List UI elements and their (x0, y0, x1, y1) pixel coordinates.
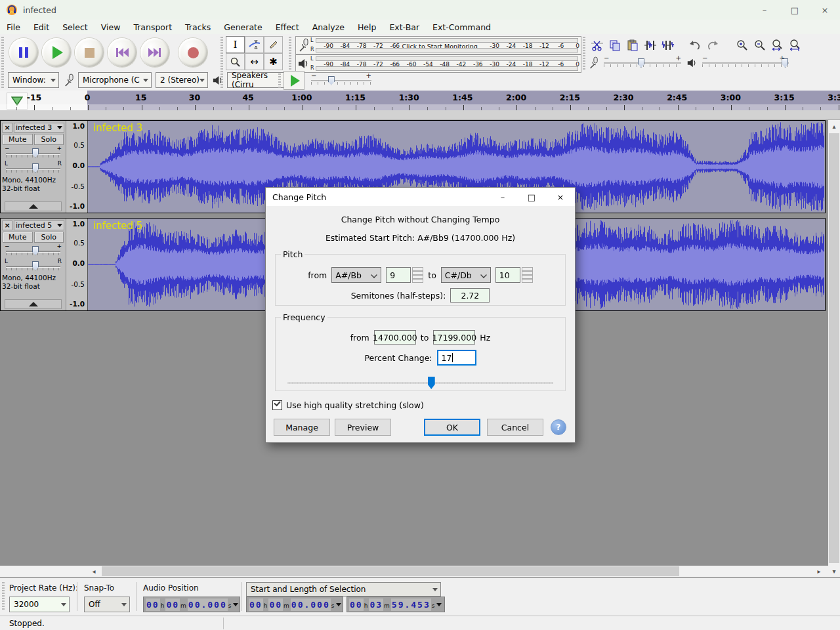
toolbar-grip[interactable] (289, 37, 291, 71)
manage-button[interactable]: Manage (274, 419, 330, 436)
trim-audio-button[interactable] (641, 37, 659, 53)
scroll-left-button[interactable]: ◂ (87, 566, 100, 577)
recording-device-select[interactable]: Microphone (C (78, 72, 152, 88)
playback-meter[interactable]: LR -90-84-78-72-66-60-54-48-42-36-30-24-… (295, 54, 581, 73)
pan-slider[interactable]: LR (5, 161, 62, 175)
envelope-tool-button[interactable] (245, 36, 264, 53)
menu-item[interactable]: File (0, 21, 27, 33)
play-button[interactable] (42, 38, 71, 67)
track-close-button[interactable]: × (2, 220, 12, 230)
pitch-from-note-select[interactable]: A#/Bb (331, 267, 381, 283)
semitones-field[interactable]: 2.72 (450, 288, 490, 303)
draw-tool-button[interactable] (264, 36, 283, 53)
dialog-title-bar[interactable]: Change Pitch – □ × (266, 188, 575, 206)
maximize-button[interactable]: □ (780, 0, 810, 20)
fit-selection-button[interactable] (768, 37, 786, 53)
slider-thumb[interactable] (428, 377, 435, 389)
pan-slider[interactable]: LR (5, 259, 62, 273)
toolbar-grip[interactable] (583, 37, 585, 71)
spin-down-button[interactable] (412, 275, 423, 283)
menu-item[interactable]: Select (56, 21, 94, 33)
pitch-from-octave-spinner[interactable]: 9 (386, 267, 423, 283)
track-collapse-button[interactable] (5, 299, 62, 309)
pause-button[interactable] (9, 38, 38, 67)
close-button[interactable]: × (810, 0, 840, 20)
menu-item[interactable]: Ext-Command (426, 21, 497, 33)
high-quality-checkbox[interactable] (272, 400, 282, 410)
hscroll-thumb[interactable] (102, 566, 679, 576)
spin-down-button[interactable] (522, 275, 533, 283)
dialog-close-button[interactable]: × (546, 188, 575, 206)
minimize-button[interactable]: – (749, 0, 780, 20)
selection-mode-select[interactable]: Start and Length of Selection (246, 582, 441, 597)
menu-item[interactable]: Effect (269, 21, 306, 33)
playback-volume-slider[interactable]: −+ (702, 57, 789, 69)
menu-item[interactable]: Generate (217, 21, 268, 33)
skip-to-end-button[interactable] (140, 38, 169, 67)
percent-change-slider[interactable] (287, 376, 553, 390)
track-name-menu[interactable]: infected 5 (14, 220, 64, 230)
chevron-down-icon[interactable] (436, 603, 442, 606)
play-speed-slider[interactable]: −+ (311, 75, 371, 87)
spin-up-button[interactable] (522, 267, 533, 275)
menu-item[interactable]: Transport (127, 21, 178, 33)
dialog-maximize-button[interactable]: □ (517, 188, 546, 206)
recording-volume-slider[interactable]: −+ (604, 57, 681, 69)
vertical-scale-ruler[interactable]: 1.0 0.5 0.0 -0.5 -1.0 (66, 219, 88, 310)
selection-start-field[interactable]: 00h 00m 00.000s (246, 597, 343, 612)
chevron-down-icon[interactable] (336, 603, 341, 606)
pitch-to-octave-spinner[interactable]: 10 (495, 267, 533, 283)
menu-item[interactable]: Analyze (306, 21, 351, 33)
ok-button[interactable]: OK (424, 419, 480, 436)
skip-to-start-button[interactable] (108, 38, 136, 67)
mute-button[interactable]: Mute (3, 134, 33, 145)
toolbar-grip[interactable] (1, 74, 4, 89)
menu-item[interactable]: Edit (27, 21, 56, 33)
preview-button[interactable]: Preview (335, 419, 391, 436)
freq-to-field[interactable]: 17199.000 (433, 330, 475, 345)
toolbar-grip[interactable] (2, 582, 5, 611)
record-button[interactable] (178, 38, 207, 67)
project-rate-select[interactable]: 32000 (9, 597, 70, 612)
timeline-ruler[interactable]: -15 01530451:001:151:301:452:002:152:302… (0, 91, 840, 110)
scroll-down-button[interactable]: ▾ (828, 566, 840, 576)
cancel-button[interactable]: Cancel (487, 419, 543, 436)
silence-audio-button[interactable] (659, 37, 677, 53)
selection-tool-button[interactable]: I (226, 36, 245, 53)
recording-meter[interactable]: LR -90-84-78-72-66 -30-24-18-12-60 Click… (295, 36, 581, 54)
scroll-up-button[interactable]: ▴ (828, 121, 840, 131)
help-button[interactable]: ? (551, 419, 566, 435)
selection-length-field[interactable]: 00h 03m 59.453s (346, 597, 445, 612)
snap-to-select[interactable]: Off (84, 597, 130, 612)
zoom-out-button[interactable] (751, 37, 768, 53)
fit-project-button[interactable] (786, 37, 804, 53)
spin-up-button[interactable] (412, 267, 423, 275)
menu-item[interactable]: View (94, 21, 127, 33)
paste-button[interactable] (623, 37, 641, 53)
pitch-to-note-select[interactable]: C#/Db (441, 267, 491, 283)
vertical-scrollbar[interactable]: ▴ ▾ (828, 120, 840, 577)
track-name-menu[interactable]: infected 3 (14, 123, 64, 133)
dialog-minimize-button[interactable]: – (488, 188, 517, 206)
multi-tool-button[interactable]: ✱ (264, 53, 283, 70)
stop-button[interactable] (75, 38, 104, 67)
zoom-tool-button[interactable] (226, 53, 245, 70)
chevron-down-icon[interactable] (233, 603, 238, 606)
redo-button[interactable] (704, 37, 721, 53)
mute-button[interactable]: Mute (3, 232, 33, 243)
freq-from-field[interactable]: 14700.000 (374, 330, 416, 345)
menu-item[interactable]: Tracks (178, 21, 217, 33)
copy-button[interactable] (606, 37, 623, 53)
scroll-right-button[interactable]: ▸ (812, 566, 826, 577)
time-shift-tool-button[interactable]: ↔ (245, 53, 264, 70)
cut-button[interactable] (588, 37, 606, 53)
gain-slider[interactable]: −+ (5, 243, 62, 258)
track-close-button[interactable]: × (2, 123, 12, 133)
toolbar-grip[interactable] (278, 74, 281, 89)
solo-button[interactable]: Solo (34, 232, 64, 243)
menu-item[interactable]: Help (351, 21, 383, 33)
horizontal-scrollbar[interactable]: ◂ ▸ (0, 566, 828, 577)
play-at-speed-button[interactable] (284, 71, 304, 90)
audio-host-select[interactable]: Window: (8, 72, 59, 88)
undo-button[interactable] (686, 37, 704, 53)
